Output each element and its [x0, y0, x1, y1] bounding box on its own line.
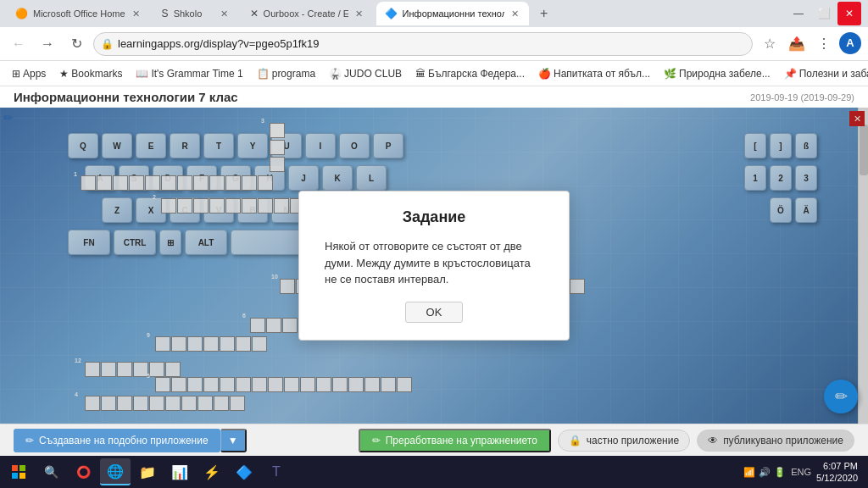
tab-shkolo[interactable]: S Shkolo ✕	[153, 2, 238, 25]
modal-ok-button[interactable]: OK	[405, 302, 464, 323]
tab-close-office[interactable]: ✕	[131, 8, 142, 19]
cortana-icon: ⭕	[76, 465, 91, 479]
svg-rect-0	[12, 465, 18, 471]
private-icon: 🔒	[569, 435, 581, 446]
office-tab-icon: 🟠	[15, 8, 28, 19]
taskbar-clock[interactable]: 6:07 PM 5/12/2020	[816, 460, 858, 485]
bottom-toolbar: ✏ Създаване на подобно приложение ▼ ✏ Пр…	[0, 424, 868, 456]
page-header: Информационни технологии 7 клас 2019-09-…	[0, 86, 868, 108]
tab-close-active[interactable]: ✕	[509, 8, 520, 19]
bookmark-apple-label: Напитката от ябъл...	[554, 68, 650, 80]
main-content: Информационни технологии 7 клас 2019-09-…	[0, 86, 868, 424]
svg-rect-3	[19, 473, 25, 479]
judo-icon: 🥋	[329, 68, 342, 80]
create-similar-button[interactable]: ✏ Създаване на подобно приложение	[14, 429, 220, 452]
tab-label-ourboox: Ourboox - Create / Edit Book	[264, 8, 348, 19]
taskbar-explorer[interactable]: 📁	[132, 458, 163, 485]
tab-active[interactable]: 🔷 Информационни технологи 7... ✕	[376, 2, 529, 25]
tab-label-shkolo: Shkolo	[174, 8, 203, 19]
tab-close-ourboox[interactable]: ✕	[353, 8, 364, 19]
taskbar-teams[interactable]: T	[261, 458, 292, 485]
network-icon: 📶	[743, 467, 755, 478]
public-label: публикувано приложение	[723, 435, 843, 446]
bookmark-star-button[interactable]: ☆	[758, 32, 782, 56]
page-title: Информационни технологии 7 клас	[14, 90, 238, 104]
public-app-button[interactable]: 👁 публикувано приложение	[697, 430, 854, 452]
bookmark-grammar[interactable]: 📖 It's Grammar Time 1	[131, 66, 248, 81]
bookmarks-bar: ⊞ Apps ★ Bookmarks 📖 It's Grammar Time 1…	[0, 61, 868, 86]
reload-button[interactable]: ↻	[64, 32, 88, 56]
bookmark-judo[interactable]: 🥋 JUDO CLUB	[324, 66, 407, 81]
taskbar-date-display: 5/12/2020	[816, 472, 858, 484]
minimize-button[interactable]: —	[787, 2, 810, 25]
bookmark-nature[interactable]: 🌿 Природна забеле...	[659, 66, 776, 81]
url-text: learningapps.org/display?v=pgeo5p1fk19	[118, 37, 319, 50]
grammar-icon: 📖	[136, 68, 148, 80]
taskbar-sys-tray: 📶 🔊 🔋	[743, 467, 786, 478]
bookmark-apple[interactable]: 🍎 Напитката от ябъл...	[533, 66, 655, 81]
bottom-right-controls: ✏ Преработване на упражнението 🔒 частно …	[359, 429, 854, 452]
tab-ourboox[interactable]: ✕ Ourboox - Create / Edit Book ✕	[242, 2, 373, 25]
taskbar-lang[interactable]: ENG	[791, 467, 811, 477]
modal-body: Някой от отговорите се състоят от две ду…	[325, 238, 543, 288]
tab-label-office: Microsoft Office Home	[33, 8, 125, 19]
close-button[interactable]: ✕	[837, 2, 861, 25]
taskbar-excel[interactable]: 📊	[164, 458, 195, 485]
bookmark-programa[interactable]: 📋 programa	[252, 66, 320, 81]
tab-label-active: Информационни технологи 7...	[403, 8, 504, 19]
taskbar-vscode[interactable]: ⚡	[197, 458, 227, 485]
shkolo-tab-icon: S	[162, 8, 169, 19]
content-frame: Q W E R T Y U I O P A S D F G H J K L	[0, 108, 868, 424]
forward-button[interactable]: →	[36, 32, 59, 56]
bookmark-bookmarks[interactable]: ★ Bookmarks	[54, 66, 127, 81]
edit-exercise-button[interactable]: ✏ Преработване на упражнението	[359, 429, 551, 452]
bookmark-bfed-label: Българска Федера...	[428, 68, 525, 80]
svg-rect-2	[12, 473, 18, 479]
bookmark-bfed[interactable]: 🏛 Българска Федера...	[410, 66, 530, 81]
private-label: частно приложение	[587, 435, 679, 446]
chrome-icon: 🌐	[107, 463, 124, 480]
svg-rect-1	[19, 465, 25, 471]
bookmark-useful-label: Полезни и забавн...	[799, 68, 868, 80]
bookmark-bookmarks-label: Bookmarks	[71, 68, 122, 80]
create-label: Създаване на подобно приложение	[39, 435, 209, 446]
edit-label: Преработване на упражнението	[386, 435, 537, 446]
battery-icon: 🔋	[774, 467, 786, 478]
bookmark-judo-label: JUDO CLUB	[344, 68, 402, 80]
taskbar-cortana[interactable]: ⭕	[68, 458, 98, 485]
crossword-background: Q W E R T Y U I O P A S D F G H J K L	[0, 108, 868, 424]
taskbar-edge[interactable]: 🔷	[229, 458, 259, 485]
public-icon: 👁	[708, 435, 718, 446]
taskbar: 🔍 ⭕ 🌐 📁 📊 ⚡ 🔷 T 📶 🔊 🔋 ENG 6:07 PM 5/12/2…	[0, 456, 868, 488]
vscode-icon: ⚡	[203, 464, 220, 480]
bookmark-programa-label: programa	[272, 68, 315, 80]
secure-icon: 🔒	[101, 38, 114, 50]
bookmark-nature-label: Природна забеле...	[679, 68, 771, 80]
title-bar: 🟠 Microsoft Office Home ✕ S Shkolo ✕ ✕ O…	[0, 0, 868, 27]
back-button[interactable]: ←	[7, 32, 31, 56]
profile-avatar[interactable]: A	[839, 32, 861, 54]
menu-button[interactable]: ⋮	[812, 32, 836, 56]
create-dropdown-button[interactable]: ▼	[220, 429, 247, 452]
window-controls: — ⬜ ✕	[787, 2, 861, 25]
tab-office[interactable]: 🟠 Microsoft Office Home ✕	[7, 2, 150, 25]
modal-title: Задание	[325, 208, 543, 226]
bookmark-apps[interactable]: ⊞ Apps	[7, 66, 51, 81]
bookmarks-icon: ★	[59, 68, 69, 80]
task-modal: Задание Някой от отговорите се състоят о…	[298, 191, 570, 341]
address-bar[interactable]: 🔒 learningapps.org/display?v=pgeo5p1fk19	[93, 32, 753, 56]
create-btn-group: ✏ Създаване на подобно приложение ▼	[14, 429, 247, 452]
maximize-button[interactable]: ⬜	[812, 2, 836, 25]
taskbar-chrome[interactable]: 🌐	[100, 458, 131, 485]
start-button[interactable]	[3, 458, 34, 485]
tab-close-shkolo[interactable]: ✕	[219, 8, 230, 19]
private-app-button[interactable]: 🔒 частно приложение	[558, 430, 690, 452]
teams-icon: T	[272, 464, 281, 480]
active-tab-icon: 🔷	[385, 8, 398, 19]
volume-icon: 🔊	[759, 467, 771, 478]
taskbar-search[interactable]: 🔍	[36, 458, 66, 485]
bookmark-useful[interactable]: 📌 Полезни и забавн...	[779, 66, 868, 81]
new-tab-button[interactable]: +	[532, 2, 556, 25]
cast-button[interactable]: 📤	[785, 32, 809, 56]
taskbar-time-display: 6:07 PM	[816, 460, 858, 472]
